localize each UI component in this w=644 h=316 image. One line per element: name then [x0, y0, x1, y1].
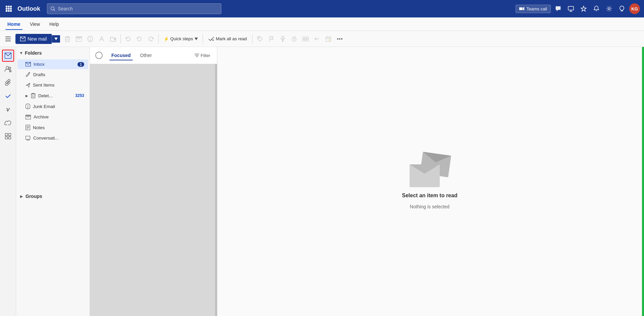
title-bar: Outlook Teams call KG [0, 0, 644, 17]
snooze-button[interactable] [289, 34, 300, 44]
flag-button[interactable] [266, 34, 277, 44]
svg-line-38 [294, 37, 296, 38]
svg-rect-2 [10, 6, 12, 7]
svg-rect-42 [306, 39, 308, 41]
trash-icon [31, 93, 36, 98]
sidebar-icon-onedrive[interactable] [2, 117, 14, 129]
svg-marker-12 [523, 7, 524, 10]
notifications-icon[interactable] [591, 3, 602, 14]
more-button[interactable] [334, 34, 345, 44]
present-icon[interactable] [566, 3, 576, 14]
folder-item-sent[interactable]: Sent Items [17, 80, 88, 90]
pin-button[interactable] [277, 34, 288, 44]
svg-rect-56 [8, 134, 11, 136]
svg-rect-27 [76, 37, 82, 41]
expand-deleted-icon[interactable]: ▶ [25, 94, 28, 98]
email-list: Focused Other Filter [90, 47, 217, 316]
settings-icon[interactable] [604, 3, 614, 14]
separator-2 [158, 34, 159, 44]
svg-rect-11 [519, 7, 523, 10]
quick-steps-button[interactable]: ⚡ Quick steps [161, 35, 201, 43]
sidebar-icon-viva[interactable]: V [2, 103, 14, 115]
svg-marker-33 [195, 38, 198, 40]
svg-rect-73 [26, 136, 30, 139]
sidebar-icon-tasks[interactable] [2, 90, 14, 102]
reading-pane-subtitle: Nothing is selected [410, 204, 449, 209]
menu-home[interactable]: Home [3, 19, 25, 30]
folder-drafts-label: Drafts [33, 72, 45, 77]
delete-button[interactable] [62, 34, 73, 44]
folders-collapse-icon[interactable]: ▾ [20, 51, 22, 55]
calendar-button[interactable] [323, 34, 334, 44]
folder-inbox-label: Inbox [34, 62, 45, 67]
avatar[interactable]: KG [629, 3, 640, 14]
svg-rect-20 [5, 39, 11, 39]
tab-other[interactable]: Other [136, 51, 157, 60]
folder-item-inbox[interactable]: Inbox 1 [17, 59, 88, 69]
folders-header[interactable]: ▾ Folders [16, 47, 90, 59]
folder-item-archive[interactable]: Archive [17, 112, 88, 122]
hamburger-button[interactable] [3, 34, 13, 44]
folder-item-deleted[interactable]: ▶ Delet... 3253 [17, 91, 88, 101]
search-bar[interactable] [47, 3, 221, 14]
search-input[interactable] [58, 6, 218, 11]
folder-deleted-label: Delet... [38, 93, 53, 98]
select-all-circle[interactable] [95, 52, 103, 59]
teams-call-button[interactable]: Teams call [516, 5, 551, 13]
waffle-icon[interactable] [4, 4, 13, 13]
inbox-icon [25, 62, 31, 66]
email-list-scrollbar[interactable] [215, 64, 217, 316]
svg-point-49 [337, 38, 338, 40]
svg-rect-13 [568, 6, 574, 10]
mark-all-read-button[interactable]: Mark all as read [205, 34, 250, 43]
move-button[interactable] [312, 34, 322, 44]
svg-rect-7 [8, 10, 10, 12]
sidebar-icons: V [0, 47, 16, 316]
undo-button[interactable] [123, 34, 133, 44]
svg-rect-6 [6, 10, 7, 12]
archive-icon [25, 115, 31, 119]
folder-conversations-label: Conversati... [33, 136, 59, 141]
expand-groups-icon[interactable]: ▶ [20, 195, 23, 198]
svg-rect-21 [5, 41, 11, 41]
tag-button[interactable] [255, 34, 265, 44]
svg-point-65 [28, 107, 28, 108]
new-mail-group: New mail [15, 34, 60, 44]
filter-button[interactable]: Filter [192, 52, 213, 59]
feedback-icon[interactable] [578, 3, 589, 14]
right-bar [642, 47, 644, 316]
menu-help[interactable]: Help [45, 19, 64, 30]
categorize-button[interactable] [300, 34, 311, 44]
svg-point-17 [608, 8, 610, 10]
move-to-button[interactable] [108, 34, 118, 44]
new-mail-dropdown[interactable] [52, 35, 60, 43]
folder-item-junk[interactable]: Junk Email [17, 101, 88, 111]
svg-point-9 [51, 7, 54, 10]
separator-1 [120, 34, 121, 44]
sidebar-icon-apps[interactable] [2, 130, 14, 142]
svg-rect-8 [10, 10, 12, 12]
toolbar: New mail ⚡ Quick steps Mark all as read [0, 31, 644, 47]
groups-section[interactable]: ▶ Groups [16, 190, 90, 202]
spam-button[interactable] [85, 34, 96, 44]
sidebar-icon-people[interactable] [2, 63, 14, 75]
new-mail-button[interactable]: New mail [15, 34, 52, 44]
lightbulb-icon[interactable] [616, 3, 627, 14]
sidebar-icon-attachments[interactable] [2, 76, 14, 89]
svg-rect-0 [6, 6, 7, 7]
sidebar-icon-mail[interactable] [2, 50, 14, 62]
folder-item-notes[interactable]: Notes [17, 122, 88, 133]
archive-button[interactable] [73, 34, 84, 44]
svg-rect-40 [306, 37, 308, 39]
folder-item-conversations[interactable]: Conversati... [17, 133, 88, 143]
menu-view[interactable]: View [25, 19, 45, 30]
folder-item-drafts[interactable]: Drafts [17, 70, 88, 80]
redo-button[interactable] [146, 34, 156, 44]
chat-icon[interactable] [553, 3, 564, 14]
undo2-button[interactable] [134, 34, 145, 44]
tab-focused[interactable]: Focused [107, 51, 136, 60]
svg-rect-61 [32, 94, 35, 98]
svg-rect-1 [8, 6, 10, 7]
sweep-button[interactable] [96, 34, 107, 44]
notes-icon [25, 125, 30, 130]
